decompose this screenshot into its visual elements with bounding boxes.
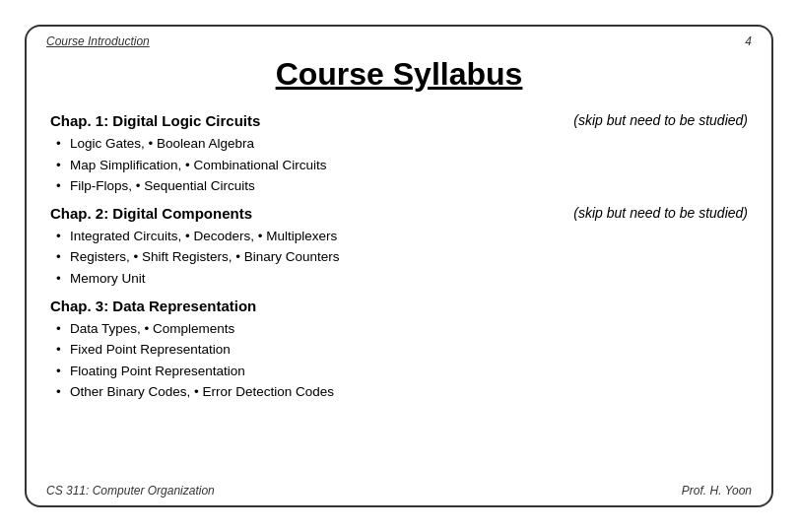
list-item: Registers, • Shift Registers, • Binary C… — [70, 246, 748, 268]
chapter-1-heading: Chap. 1: Digital Logic Circuits (skip bu… — [50, 112, 748, 129]
list-item: Fixed Point Representation — [70, 339, 748, 361]
list-item: Map Simplification, • Combinational Circ… — [70, 155, 748, 176]
list-item: Logic Gates, • Boolean Algebra — [70, 133, 748, 155]
slide-title: Course Syllabus — [27, 52, 771, 104]
slide-header: Course Introduction 4 — [27, 27, 771, 52]
chapter-3-bullets: Data Types, • Complements Fixed Point Re… — [50, 318, 748, 403]
list-item: Integrated Circuits, • Decoders, • Multi… — [70, 226, 748, 247]
footer-left: CS 311: Computer Organization — [46, 484, 215, 498]
slide-container: Course Introduction 4 Course Syllabus Ch… — [25, 25, 773, 507]
list-item: Floating Point Representation — [70, 361, 748, 382]
slide-footer: CS 311: Computer Organization Prof. H. Y… — [27, 484, 771, 498]
chapter-1-label: Chap. 1: Digital Logic Circuits — [50, 112, 260, 129]
slide-content: Chap. 1: Digital Logic Circuits (skip bu… — [27, 112, 771, 417]
list-item: Data Types, • Complements — [70, 318, 748, 340]
chapter-3-heading: Chap. 3: Data Representation — [50, 298, 748, 314]
header-right: 4 — [745, 34, 752, 48]
chapter-2-skip: (skip but need to be studied) — [573, 205, 748, 222]
list-item: Other Binary Codes, • Error Detection Co… — [70, 381, 748, 403]
chapter-2-heading: Chap. 2: Digital Components (skip but ne… — [50, 205, 748, 222]
list-item: Memory Unit — [70, 268, 748, 290]
chapter-2-bullets: Integrated Circuits, • Decoders, • Multi… — [50, 226, 748, 290]
chapter-1-skip: (skip but need to be studied) — [573, 112, 748, 129]
chapter-2-label: Chap. 2: Digital Components — [50, 205, 252, 222]
header-left: Course Introduction — [46, 34, 150, 48]
chapter-1-bullets: Logic Gates, • Boolean Algebra Map Simpl… — [50, 133, 748, 197]
list-item: Filp-Flops, • Sequential Circuits — [70, 175, 748, 197]
footer-right: Prof. H. Yoon — [682, 484, 752, 498]
chapter-3-label: Chap. 3: Data Representation — [50, 298, 256, 314]
